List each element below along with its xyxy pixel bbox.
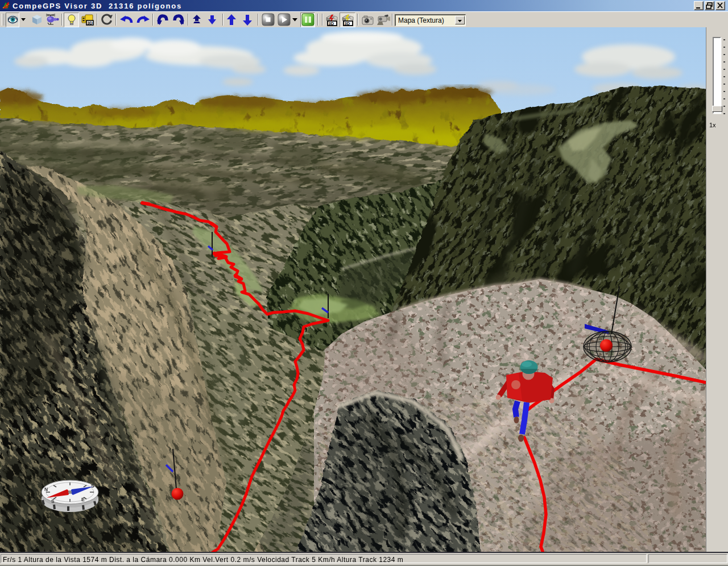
svg-text:E: E — [81, 497, 85, 502]
svg-text:N: N — [44, 486, 48, 492]
svg-text:S: S — [51, 498, 55, 504]
svg-text:3D: 3D — [345, 21, 350, 26]
svg-text:3D: 3D — [329, 21, 334, 26]
svg-text:S: S — [91, 483, 94, 489]
svg-text:3D: 3D — [87, 20, 93, 26]
